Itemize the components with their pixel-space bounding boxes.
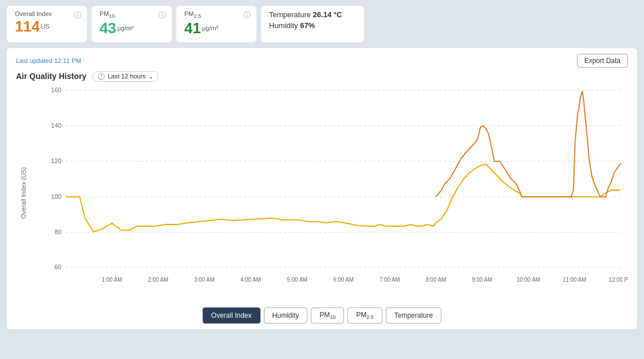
chart-top-bar: Last updated 12:11 PM Export Data <box>16 54 628 68</box>
chart-wrapper: Overall Index (US) 60 80 100 120 140 <box>16 84 628 302</box>
card-pm10-title: PM10 <box>100 10 164 19</box>
card-pm10-unit: μg/m³ <box>117 25 133 31</box>
bottom-tabs: Overall Index Humidity PM10 PM2.5 Temper… <box>16 307 628 324</box>
svg-text:60: 60 <box>54 263 61 270</box>
yellow-line <box>66 164 621 232</box>
card-temp-humidity: Temperature 26.14 °C Humidity 67% <box>261 6 364 42</box>
info-icon-pm25[interactable]: ⓘ <box>243 10 251 21</box>
tab-overall-index[interactable]: Overall Index <box>203 307 260 324</box>
chart-header: Air Quality History 🕐 Last 12 hours ⌄ <box>16 71 628 82</box>
card-overall-index-unit: US <box>41 23 49 30</box>
main-chart-svg: 60 80 100 120 140 160 1:00 AM 2:00 AM 3:… <box>44 84 628 302</box>
main-chart-area: Last updated 12:11 PM Export Data Air Qu… <box>7 48 637 329</box>
chart-title: Air Quality History <box>16 72 86 81</box>
humidity-value: 67% <box>300 21 315 30</box>
svg-text:160: 160 <box>51 86 61 93</box>
svg-text:4:00 AM: 4:00 AM <box>240 277 261 283</box>
card-overall-index-value: 114 <box>15 18 39 35</box>
svg-text:120: 120 <box>51 157 61 164</box>
card-pm10: PM10 ⓘ 43μg/m³ <box>92 6 172 42</box>
top-cards-row: Overall Index ⓘ 114US PM10 ⓘ 43μg/m³ PM2… <box>0 0 644 46</box>
y-axis-label: Overall Index (US) <box>20 167 27 219</box>
card-pm25: PM2.5 ⓘ 41μg/m³ <box>176 6 256 42</box>
tab-temperature[interactable]: Temperature <box>386 307 441 324</box>
time-filter-selector[interactable]: 🕐 Last 12 hours ⌄ <box>92 71 159 82</box>
tab-humidity[interactable]: Humidity <box>264 307 308 324</box>
card-temperature-line: Temperature 26.14 °C <box>269 10 356 19</box>
humidity-label: Humidity <box>269 21 300 30</box>
svg-text:1:00 AM: 1:00 AM <box>102 277 123 283</box>
tab-pm10[interactable]: PM10 <box>311 307 344 324</box>
svg-text:6:00 AM: 6:00 AM <box>333 277 354 283</box>
svg-text:3:00 AM: 3:00 AM <box>194 277 215 283</box>
time-filter-label: Last 12 hours <box>108 73 146 80</box>
orange-line <box>436 91 621 197</box>
svg-text:80: 80 <box>54 228 61 235</box>
export-data-button[interactable]: Export Data <box>577 54 628 68</box>
svg-text:2:00 AM: 2:00 AM <box>148 277 168 283</box>
svg-text:9:00 AM: 9:00 AM <box>472 277 492 283</box>
chart-container: 60 80 100 120 140 160 1:00 AM 2:00 AM 3:… <box>44 84 628 302</box>
card-pm25-unit: μg/m³ <box>202 25 218 31</box>
info-icon-overall[interactable]: ⓘ <box>74 10 81 21</box>
card-overall-index-title: Overall Index <box>15 10 79 17</box>
tab-pm25[interactable]: PM2.5 <box>347 307 382 324</box>
svg-text:10:00 AM: 10:00 AM <box>516 277 540 283</box>
svg-text:5:00 AM: 5:00 AM <box>287 277 308 283</box>
temperature-label: Temperature <box>269 10 313 19</box>
svg-text:100: 100 <box>51 193 61 200</box>
info-icon-pm10[interactable]: ⓘ <box>159 10 166 21</box>
card-pm10-value: 43 <box>100 19 116 37</box>
svg-text:140: 140 <box>51 122 61 129</box>
card-pm25-value: 41 <box>184 19 201 37</box>
clock-icon: 🕐 <box>97 73 105 80</box>
svg-text:11:00 AM: 11:00 AM <box>563 277 586 283</box>
last-updated-text: Last updated 12:11 PM <box>16 57 81 64</box>
card-overall-index: Overall Index ⓘ 114US <box>7 6 87 42</box>
card-humidity-line: Humidity 67% <box>269 21 356 30</box>
svg-text:7:00 AM: 7:00 AM <box>380 277 400 283</box>
temperature-value: 26.14 °C <box>313 10 342 19</box>
card-pm25-title: PM2.5 <box>184 10 248 19</box>
svg-text:8:00 AM: 8:00 AM <box>426 277 447 283</box>
svg-text:12:00 PM: 12:00 PM <box>609 277 628 283</box>
chevron-down-icon: ⌄ <box>148 73 153 80</box>
